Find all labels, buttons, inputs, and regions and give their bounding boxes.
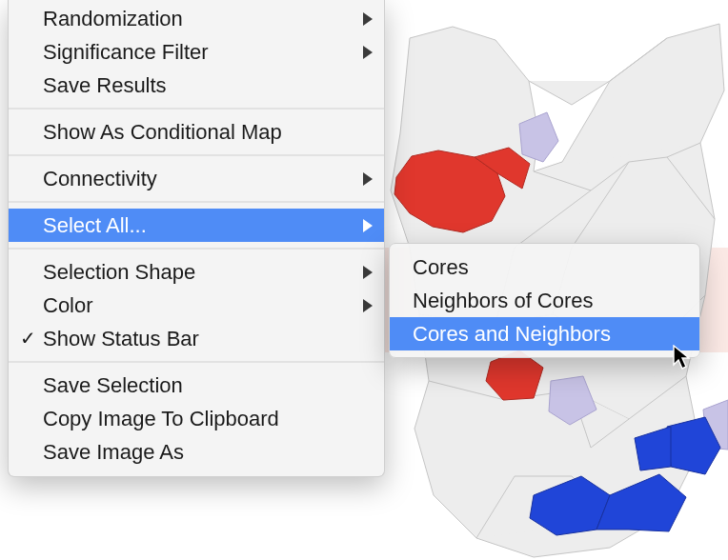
check-icon: ✓	[18, 322, 37, 355]
menu-item-label: Show As Conditional Map	[43, 120, 282, 144]
menu-separator	[9, 201, 384, 203]
submenu-item-cores-and-neighbors[interactable]: Cores and Neighbors	[390, 317, 699, 350]
menu-item-select-all[interactable]: Select All...	[9, 209, 384, 242]
menu-item-show-status-bar[interactable]: ✓ Show Status Bar	[9, 322, 384, 355]
submenu-arrow-icon	[363, 219, 373, 232]
submenu-item-cores[interactable]: Cores	[390, 250, 699, 284]
menu-item-save-image[interactable]: Save Image As	[9, 435, 384, 469]
menu-item-label: Copy Image To Clipboard	[43, 407, 279, 430]
submenu-arrow-icon	[363, 46, 373, 59]
menu-separator	[9, 361, 384, 363]
menu-item-label: Save Results	[43, 73, 167, 97]
menu-item-selection-shape[interactable]: Selection Shape	[9, 255, 384, 289]
menu-item-label: Select All...	[43, 213, 147, 237]
menu-item-label: Save Selection	[43, 373, 183, 397]
menu-item-save-selection[interactable]: Save Selection	[9, 369, 384, 402]
menu-item-label: Show Status Bar	[43, 327, 199, 350]
submenu-arrow-icon	[363, 12, 373, 26]
submenu-item-neighbors-of-cores[interactable]: Neighbors of Cores	[390, 284, 699, 317]
menu-separator	[9, 154, 384, 156]
menu-item-label: Significance Filter	[43, 40, 209, 64]
menu-item-label: Neighbors of Cores	[413, 289, 594, 312]
menu-item-label: Save Image As	[43, 440, 184, 464]
submenu-arrow-icon	[363, 266, 373, 279]
menu-separator	[9, 248, 384, 250]
menu-item-color[interactable]: Color	[9, 289, 384, 322]
select-all-submenu: Cores Neighbors of Cores Cores and Neigh…	[389, 243, 700, 358]
submenu-arrow-icon	[363, 299, 373, 312]
menu-item-significance-filter[interactable]: Significance Filter	[9, 35, 384, 69]
submenu-arrow-icon	[363, 172, 373, 186]
menu-item-label: Cores	[413, 255, 469, 279]
menu-item-label: Selection Shape	[43, 260, 195, 284]
menu-item-show-conditional-map[interactable]: Show As Conditional Map	[9, 115, 384, 149]
menu-item-save-results[interactable]: Save Results	[9, 69, 384, 102]
menu-item-copy-image[interactable]: Copy Image To Clipboard	[9, 402, 384, 435]
menu-item-label: Connectivity	[43, 167, 157, 190]
menu-item-connectivity[interactable]: Connectivity	[9, 162, 384, 195]
menu-separator	[9, 108, 384, 110]
context-menu: Randomization Significance Filter Save R…	[8, 0, 385, 477]
menu-item-label: Cores and Neighbors	[413, 322, 611, 346]
menu-item-label: Randomization	[43, 7, 183, 30]
menu-item-label: Color	[43, 293, 93, 317]
menu-item-randomization[interactable]: Randomization	[9, 2, 384, 35]
